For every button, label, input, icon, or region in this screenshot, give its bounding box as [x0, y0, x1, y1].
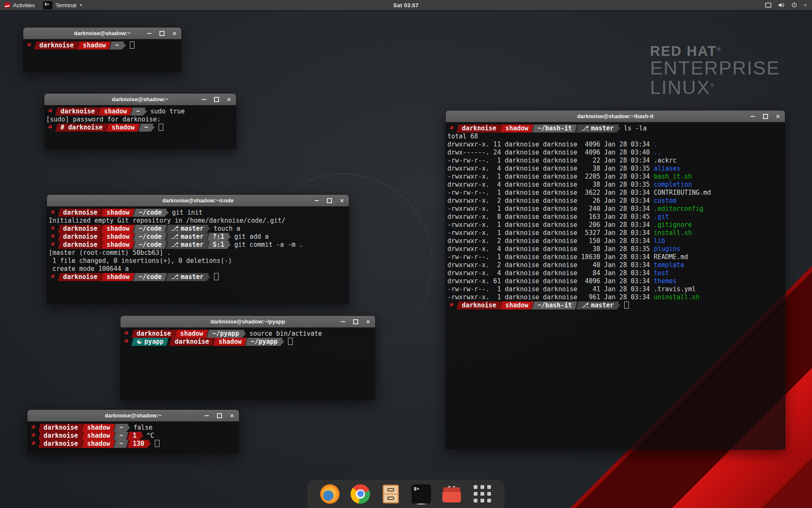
brand-enterprise: ENTERPRISE	[650, 58, 780, 78]
prompt-segment-host: shadow	[212, 338, 247, 346]
file-name: install.sh	[654, 229, 692, 237]
window-titlebar[interactable]: darknoise@shadow:~ ×	[23, 28, 181, 39]
maximize-button[interactable]	[214, 97, 219, 102]
terminal-content[interactable]: ◕darknoiseshadow~	[23, 39, 181, 72]
terminal-content[interactable]: ◕darknoiseshadow~/codegit initInitialize…	[47, 207, 349, 304]
maximize-button[interactable]	[217, 413, 222, 418]
window-title: darknoise@shadow:~	[74, 30, 131, 36]
output-line: total 68	[447, 133, 785, 141]
chevron-down-icon: ▼	[804, 3, 807, 7]
close-button[interactable]: ×	[775, 113, 781, 119]
minimize-button[interactable]	[750, 113, 755, 119]
prompt-segment-exit: 1	[126, 432, 142, 440]
prompt-segment-user: darknoise	[58, 209, 103, 217]
file-name: bash_it.sh	[654, 173, 692, 180]
distro-icon: ◕	[29, 432, 37, 437]
prompt-segment-path: ~/code	[133, 209, 167, 217]
distro-icon: ◕	[122, 330, 130, 335]
clock[interactable]: Sat 03:57	[393, 2, 419, 8]
file-name: ..	[654, 149, 661, 156]
close-button[interactable]: ×	[339, 198, 345, 203]
ls-line: -rw-rw-r--. 1 darknoise darknoise 3622 J…	[447, 189, 785, 197]
dock-item-toolbox[interactable]	[442, 483, 461, 505]
chevron-down-icon: ▼	[79, 3, 82, 7]
prompt-segment-user: darknoise	[132, 330, 176, 338]
ls-line: drwxrwxr-x. 4 darknoise darknoise 84 Jan…	[447, 269, 785, 277]
output-line: [master (root-commit) 50bcb63] .	[49, 249, 349, 257]
prompt-line: ◕darknoiseshadow~false	[29, 424, 239, 432]
close-button[interactable]: ×	[226, 97, 232, 102]
ls-line: drwxrwxr-x. 4 darknoise darknoise 38 Jan…	[447, 165, 785, 173]
maximize-button[interactable]	[763, 113, 768, 119]
app-menu-terminal[interactable]: $> Terminal ▼	[39, 0, 87, 10]
toolbox-icon	[442, 485, 461, 503]
close-button[interactable]: ×	[172, 30, 177, 36]
command-text: git commit -a -m .	[231, 241, 303, 248]
window-titlebar[interactable]: darknoise@shadow:~ ×	[27, 410, 239, 422]
distro-icon: ◕	[447, 301, 455, 307]
power-icon	[791, 2, 798, 8]
file-name: lib	[654, 237, 665, 245]
command-text: sudo true	[147, 108, 185, 115]
dock-item-chrome[interactable]	[351, 483, 370, 505]
prompt-segment-host: shadow	[101, 233, 135, 241]
prompt-segment-user: darknoise	[58, 225, 103, 233]
output-line: [sudo] password for darknoise:	[46, 116, 236, 124]
minimize-button[interactable]	[146, 30, 152, 36]
file-attributes: -rw-rw-r--. 1 darknoise darknoise 22 Jan…	[447, 157, 654, 164]
minimize-button[interactable]	[201, 97, 206, 102]
terminal-content[interactable]: ◕darknoiseshadow~/bash-it⎇ masterls -lat…	[446, 122, 785, 449]
command-text: git init	[169, 209, 203, 216]
window-titlebar[interactable]: darknoise@shadow:~ ×	[44, 94, 236, 105]
system-status-area[interactable]: ▼	[765, 2, 812, 8]
prompt-segment-host: shadow	[98, 108, 132, 116]
prompt-segment-user: # darknoise	[55, 124, 108, 132]
activities-button[interactable]: Activities	[0, 0, 39, 10]
terminal-content[interactable]: ◕darknoiseshadow~/pyappsource bin/activa…	[121, 328, 375, 400]
maximize-button[interactable]	[159, 30, 165, 36]
terminal-window-exit-codes: darknoise@shadow:~ × ◕darknoiseshadow~fa…	[27, 409, 239, 454]
ls-line: drwxrwxr-x. 2 darknoise darknoise 40 Jan…	[447, 261, 785, 269]
minimize-button[interactable]	[340, 319, 346, 324]
prompt-segment-git: ⎇ master	[575, 124, 619, 133]
maximize-button[interactable]	[326, 198, 332, 203]
ls-line: drwx------. 24 darknoise darknoise 4096 …	[447, 149, 785, 157]
ls-line: drwxrwxr-x. 4 darknoise darknoise 38 Jan…	[447, 245, 785, 253]
terminal-content[interactable]: ◕darknoiseshadow~false◕darknoiseshadow~1…	[27, 422, 239, 453]
desktop: RED HAT® ENTERPRISE LINUX® Activities $>…	[0, 0, 812, 508]
close-button[interactable]: ×	[365, 319, 371, 324]
distro-icon: ◕	[29, 424, 37, 429]
prompt-segment-host: shadow	[106, 124, 140, 132]
terminal-content[interactable]: ◕darknoiseshadow~sudo true[sudo] passwor…	[44, 105, 236, 149]
minimize-button[interactable]	[314, 198, 319, 203]
ls-line: -rw-rw-r--. 1 darknoise darknoise 22 Jan…	[447, 157, 785, 165]
window-titlebar[interactable]: darknoise@shadow:~/pyapp ×	[121, 316, 375, 328]
file-attributes: drwx------. 24 darknoise darknoise 4096 …	[447, 149, 654, 156]
window-titlebar[interactable]: darknoise@shadow:~/bash-it ×	[446, 110, 785, 122]
prompt-segment-git: ⎇ master	[165, 273, 208, 281]
command-text: ^C	[143, 432, 154, 439]
dock-item-app-grid[interactable]	[472, 483, 492, 505]
rhel-wallpaper-logo: RED HAT® ENTERPRISE LINUX®	[650, 44, 780, 97]
dock-item-files[interactable]	[381, 483, 401, 505]
file-attributes: -rwxrwxr-x. 1 darknoise darknoise 240 Ja…	[447, 205, 654, 213]
prompt-segment-user: darknoise	[58, 241, 103, 249]
prompt-segment-user: darknoise	[34, 41, 79, 50]
app-menu-label: Terminal	[55, 2, 76, 8]
dock-item-terminal[interactable]: $>	[411, 483, 431, 505]
distro-icon: ◕	[49, 209, 57, 214]
close-button[interactable]: ×	[229, 413, 235, 418]
minimize-button[interactable]	[204, 413, 209, 418]
distro-icon: ◕	[49, 225, 57, 230]
prompt-segment-path: ~	[113, 424, 129, 432]
maximize-button[interactable]	[353, 319, 358, 324]
window-title: darknoise@shadow:~/code	[162, 197, 233, 204]
prompt-segment-exit: 130	[126, 440, 149, 448]
dock-item-firefox[interactable]	[320, 483, 340, 505]
prompt-segment-path: ~	[113, 432, 129, 440]
window-title: darknoise@shadow:~/pyapp	[211, 318, 285, 325]
running-indicator	[414, 503, 428, 505]
window-titlebar[interactable]: darknoise@shadow:~/code ×	[47, 195, 349, 207]
terminal-window-home-1: darknoise@shadow:~ × ◕darknoiseshadow~	[23, 27, 182, 72]
prompt-line: ◕darknoiseshadow~	[25, 41, 181, 50]
